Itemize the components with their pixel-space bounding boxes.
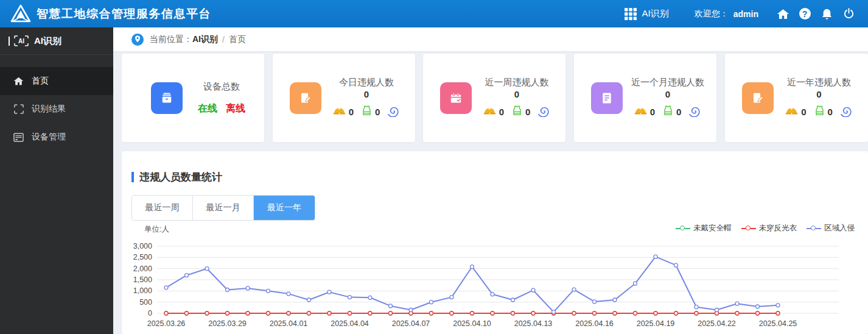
legend-item-helmet[interactable]: 未戴安全帽 bbox=[676, 223, 732, 233]
card-title: 今日违规人数 bbox=[321, 77, 411, 88]
sidebar: AI AI识别 首页 识别结果 bbox=[0, 27, 113, 334]
sidebar-item-recognition-results[interactable]: 识别结果 bbox=[0, 95, 113, 123]
card-title: 设备总数 bbox=[183, 81, 261, 93]
top-header: 智慧工地综合管理服务信息平台 AI识别 欢迎您： admin ? bbox=[0, 0, 868, 27]
breadcrumb: 当前位置： AI识别 / 首页 bbox=[113, 27, 868, 51]
helmet-icon bbox=[785, 106, 798, 118]
tab-last-month[interactable]: 最近一月 bbox=[193, 196, 254, 220]
helmet-count: 0 bbox=[650, 107, 655, 117]
svg-text:2025.04.10: 2025.04.10 bbox=[453, 319, 491, 328]
svg-text:2025.04.25: 2025.04.25 bbox=[759, 319, 797, 328]
vest-icon bbox=[663, 105, 673, 118]
svg-text:2025.04.01: 2025.04.01 bbox=[270, 319, 308, 328]
app-switch-button[interactable]: AI识别 bbox=[624, 7, 669, 21]
divider bbox=[9, 37, 10, 46]
vest-icon bbox=[814, 105, 825, 118]
vest-count: 0 bbox=[676, 107, 681, 117]
svg-text:2025.04.22: 2025.04.22 bbox=[698, 319, 736, 328]
breadcrumb-current[interactable]: 首页 bbox=[229, 34, 246, 45]
help-icon[interactable]: ? bbox=[798, 7, 811, 21]
sidebar-item-label: 识别结果 bbox=[32, 104, 66, 115]
sidebar-menu: 首页 识别结果 设备管理 bbox=[0, 67, 113, 151]
svg-text:2025.04.07: 2025.04.07 bbox=[392, 319, 430, 328]
svg-text:3,000: 3,000 bbox=[133, 242, 152, 250]
card-value: 0 bbox=[472, 89, 562, 99]
card-value: 0 bbox=[321, 89, 411, 99]
tab-last-year[interactable]: 最近一年 bbox=[254, 196, 315, 220]
scan-frame-icon bbox=[13, 104, 24, 115]
location-pin-icon bbox=[131, 34, 144, 46]
card-title: 近一周违规人数 bbox=[472, 77, 562, 88]
sidebar-item-label: 首页 bbox=[32, 76, 49, 87]
section-accent-bar bbox=[131, 172, 134, 182]
legend-item-vest[interactable]: 未穿反光衣 bbox=[741, 223, 797, 233]
svg-text:2025.04.04: 2025.04.04 bbox=[331, 319, 369, 328]
intrusion-spiral-icon bbox=[689, 105, 701, 119]
svg-text:2,000: 2,000 bbox=[133, 265, 152, 273]
range-tabs: 最近一周 最近一月 最近一年 bbox=[131, 195, 315, 221]
svg-text:1,500: 1,500 bbox=[133, 275, 152, 284]
vest-icon bbox=[362, 105, 372, 118]
sidebar-header: AI AI识别 bbox=[0, 27, 113, 55]
doc-edit-icon bbox=[290, 82, 321, 114]
vest-icon bbox=[512, 105, 522, 118]
device-icon bbox=[13, 132, 24, 143]
stat-card-month-violations: 近一个月违规人数 0 0 0 bbox=[574, 54, 716, 142]
intrusion-spiral-icon bbox=[388, 105, 400, 119]
unit-label: 单位:人 bbox=[144, 224, 169, 235]
welcome-label: 欢迎您： bbox=[695, 9, 729, 20]
card-value: 0 bbox=[623, 89, 713, 99]
page-title: 智慧工地综合管理服务信息平台 bbox=[37, 6, 211, 22]
helmet-count: 0 bbox=[349, 107, 354, 117]
svg-text:2025.04.16: 2025.04.16 bbox=[575, 319, 614, 328]
sidebar-title: AI识别 bbox=[34, 35, 61, 47]
username[interactable]: admin bbox=[733, 9, 758, 19]
vest-count: 0 bbox=[525, 107, 530, 117]
app-switch-label: AI识别 bbox=[642, 8, 669, 20]
helmet-icon bbox=[634, 106, 647, 118]
helmet-icon bbox=[333, 106, 346, 118]
helmet-count: 0 bbox=[499, 107, 504, 117]
power-icon[interactable] bbox=[842, 7, 855, 21]
violation-line-chart[interactable]: 05001,0001,5002,0002,5003,0002025.03.262… bbox=[122, 236, 868, 334]
intrusion-spiral-icon bbox=[538, 105, 550, 119]
calendar-icon bbox=[440, 82, 472, 114]
helmet-icon bbox=[483, 106, 496, 118]
section-title: 违规人员数量统计 bbox=[139, 170, 222, 184]
sidebar-item-device-management[interactable]: 设备管理 bbox=[0, 123, 113, 151]
doc-edit-icon bbox=[742, 82, 774, 114]
stat-card-year-violations: 近一年违规人数 0 0 0 bbox=[725, 54, 868, 142]
card-value: 0 bbox=[774, 89, 864, 99]
legend-marker-icon bbox=[807, 228, 821, 229]
offline-label[interactable]: 离线 bbox=[226, 103, 245, 113]
card-title: 近一个月违规人数 bbox=[623, 77, 713, 88]
breadcrumb-prefix: 当前位置： bbox=[150, 34, 192, 45]
stat-card-today-violations: 今日违规人数 0 0 0 bbox=[273, 54, 415, 142]
breadcrumb-root: AI识别 bbox=[192, 34, 218, 45]
svg-text:2025.04.13: 2025.04.13 bbox=[514, 319, 553, 328]
doc-list-icon bbox=[591, 82, 623, 114]
platform-logo-icon bbox=[9, 3, 33, 25]
online-label[interactable]: 在线 bbox=[198, 103, 217, 113]
home-icon bbox=[13, 76, 24, 87]
breadcrumb-separator: / bbox=[222, 35, 225, 44]
vest-count: 0 bbox=[828, 107, 833, 117]
legend-marker-icon bbox=[676, 228, 690, 229]
vest-count: 0 bbox=[375, 107, 380, 117]
svg-text:2025.03.29: 2025.03.29 bbox=[208, 319, 247, 328]
svg-text:0: 0 bbox=[148, 309, 152, 318]
intrusion-spiral-icon bbox=[841, 105, 853, 119]
legend-item-intrusion[interactable]: 区域入侵 bbox=[807, 223, 855, 233]
bell-icon[interactable] bbox=[820, 7, 833, 21]
sidebar-item-label: 设备管理 bbox=[32, 132, 66, 143]
svg-text:2025.04.19: 2025.04.19 bbox=[637, 319, 675, 328]
main-content: 当前位置： AI识别 / 首页 设备总数 在线离线 bbox=[113, 27, 868, 334]
legend-marker-icon bbox=[741, 228, 756, 229]
stat-card-week-violations: 近一周违规人数 0 0 0 bbox=[423, 54, 565, 142]
helmet-count: 0 bbox=[801, 107, 806, 117]
card-title: 近一年违规人数 bbox=[774, 77, 864, 88]
home-icon[interactable] bbox=[776, 7, 789, 21]
svg-text:1,000: 1,000 bbox=[133, 286, 152, 295]
sidebar-item-home[interactable]: 首页 bbox=[0, 67, 113, 95]
tab-last-week[interactable]: 最近一周 bbox=[132, 196, 193, 220]
